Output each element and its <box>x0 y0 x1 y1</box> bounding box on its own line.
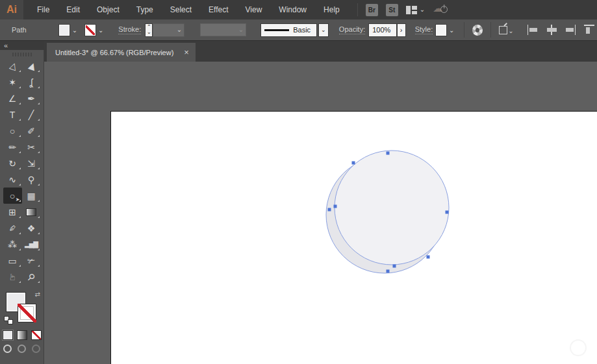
cc-sync-icon[interactable]: ☁ <box>433 4 448 16</box>
app-logo-icon: Ai <box>0 0 23 19</box>
brush-definition-dropdown[interactable]: Basic <box>260 23 317 37</box>
pen-tool[interactable]: ✒ <box>22 90 41 106</box>
close-tab-icon[interactable]: × <box>184 48 189 56</box>
document-shape-icon <box>499 26 507 34</box>
bridge-button[interactable]: Br <box>366 4 378 16</box>
menu-item-file[interactable]: File <box>29 0 58 19</box>
magic-wand-tool[interactable]: ✶ <box>3 74 22 90</box>
stock-button[interactable]: St <box>386 4 398 16</box>
color-type-buttons <box>0 330 44 340</box>
artboard-tool[interactable]: ▭ <box>3 252 22 269</box>
lasso-tool[interactable]: ʆ <box>22 74 41 90</box>
anchor-point[interactable] <box>328 208 331 212</box>
menu-item-help[interactable]: Help <box>315 0 348 19</box>
swap-fill-stroke-icon[interactable]: ⇄ <box>35 291 40 298</box>
document-tab[interactable]: Untitled-3* @ 66.67% (RGB/Preview) × <box>47 43 196 62</box>
menu-item-object[interactable]: Object <box>88 0 128 19</box>
anchor-point[interactable] <box>446 211 449 214</box>
style-label[interactable]: Style: <box>415 25 433 34</box>
zoom-tool[interactable]: ⚲ <box>22 269 41 285</box>
shape-builder-tool[interactable]: ○➤ <box>3 188 22 204</box>
brush-chevron-button[interactable]: ⌄ <box>318 23 329 37</box>
align-right-icon[interactable] <box>564 25 577 35</box>
opacity-input[interactable]: 100% <box>368 23 396 37</box>
anchor-point[interactable] <box>387 270 390 273</box>
draw-normal-icon[interactable] <box>3 345 12 353</box>
align-center-icon[interactable] <box>545 25 558 35</box>
fill-color-swatch[interactable] <box>58 24 70 36</box>
draw-inside-icon[interactable] <box>32 345 40 353</box>
scale-tool[interactable]: ⇲ <box>22 155 41 171</box>
align-left-icon[interactable] <box>527 25 540 35</box>
recolor-artwork-icon[interactable] <box>472 25 483 36</box>
blend-tool[interactable]: ❖ <box>22 220 41 236</box>
menu-item-view[interactable]: View <box>237 0 271 19</box>
hand-tool-icon: ☞ <box>7 273 18 281</box>
menu-item-window[interactable]: Window <box>270 0 315 19</box>
perspective-grid-tool[interactable]: ▦ <box>22 188 41 204</box>
power-icon <box>440 6 448 13</box>
align-top-icon[interactable] <box>584 25 597 35</box>
selection-tool[interactable]: ▷ <box>3 58 22 74</box>
scale-tool-icon: ⇲ <box>27 158 35 169</box>
direct-selection-tool[interactable]: ▶ <box>22 58 41 74</box>
selection-type-label: Path <box>12 26 49 34</box>
type-tool[interactable]: T <box>3 106 22 123</box>
stroke-weight-dropdown[interactable]: ⌄ <box>153 23 184 37</box>
shaper-tool[interactable]: ✏ <box>3 139 22 155</box>
selection-tool-icon: ▷ <box>6 61 19 71</box>
chevron-down-icon: ⌄ <box>177 27 184 33</box>
color-button[interactable] <box>3 330 13 340</box>
type-tool-icon: T <box>10 110 16 120</box>
workspace-layout-icon <box>406 6 417 14</box>
puppet-warp-tool[interactable]: ⚲ <box>22 171 41 188</box>
width-tool[interactable]: ∿ <box>3 171 22 188</box>
scissors-tool[interactable]: ✂ <box>22 139 41 155</box>
stroke-label[interactable]: Stroke: <box>118 25 141 34</box>
anchor-point[interactable] <box>393 265 396 268</box>
stroke-chevron-icon[interactable]: ⌄ <box>96 27 105 34</box>
chevron-down-icon: ⌄ <box>238 27 246 33</box>
column-graph-tool[interactable]: ▂▅▇ <box>22 236 41 252</box>
eyedropper-tool-icon: ✑ <box>6 222 19 235</box>
default-fill-stroke-icon[interactable] <box>4 316 13 324</box>
toolbar-drag-handle[interactable] <box>12 53 32 56</box>
style-swatch[interactable] <box>435 24 447 36</box>
collapse-panel-button[interactable]: « <box>0 42 8 49</box>
anchor-point[interactable] <box>334 205 337 208</box>
line-segment-tool[interactable]: ╱ <box>22 106 41 123</box>
opacity-label[interactable]: Opacity: <box>339 25 365 34</box>
canvas[interactable] <box>44 62 597 364</box>
opacity-expand-button[interactable]: › <box>397 23 406 37</box>
menu-item-edit[interactable]: Edit <box>58 0 88 19</box>
anchor-point[interactable] <box>427 256 430 259</box>
symbol-sprayer-tool[interactable]: ⁂ <box>3 236 22 252</box>
stroke-weight-stepper[interactable]: ⌃ ⌄ <box>145 23 153 37</box>
menu-item-type[interactable]: Type <box>128 0 162 19</box>
paintbrush-tool[interactable]: ✐ <box>22 123 41 139</box>
none-button[interactable] <box>31 330 42 340</box>
style-chevron-icon[interactable]: ⌄ <box>447 27 456 34</box>
anchor-point[interactable] <box>352 162 355 165</box>
hand-tool[interactable]: ☞ <box>3 269 22 285</box>
stroke-color-swatch[interactable] <box>84 24 96 36</box>
menubar-divider <box>357 3 358 16</box>
line-segment-tool-icon: ╱ <box>29 110 34 120</box>
menu-item-effect[interactable]: Effect <box>200 0 236 19</box>
mesh-tool[interactable]: ⊞ <box>3 204 22 220</box>
slice-tool[interactable]: ✃ <box>22 252 41 269</box>
circle-front[interactable] <box>335 151 449 265</box>
eyedropper-tool[interactable]: ✑ <box>3 220 22 236</box>
curvature-tool[interactable]: ∠ <box>3 90 22 106</box>
menu-item-select[interactable]: Select <box>162 0 200 19</box>
anchor-point[interactable] <box>387 152 390 155</box>
gradient-button[interactable] <box>17 330 27 340</box>
isolate-object-button[interactable]: ⌄ <box>499 26 513 34</box>
draw-behind-icon[interactable] <box>18 345 26 353</box>
workspace-switcher[interactable]: ⌄ <box>406 6 425 14</box>
gradient-tool[interactable] <box>22 204 41 220</box>
stepper-down-icon[interactable]: ⌄ <box>147 30 151 35</box>
rotate-tool[interactable]: ↻ <box>3 155 22 171</box>
ellipse-tool[interactable]: ○ <box>3 123 22 139</box>
fill-chevron-icon[interactable]: ⌄ <box>70 27 79 34</box>
